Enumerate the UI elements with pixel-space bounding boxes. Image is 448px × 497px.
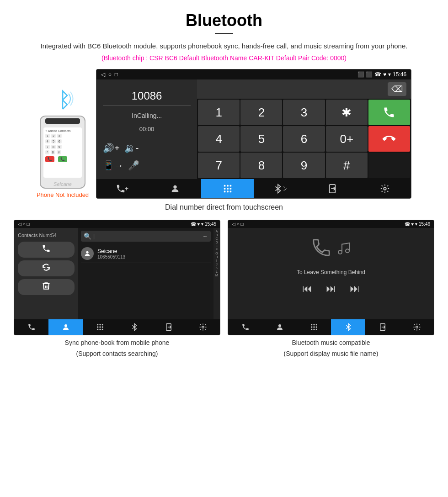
car-main-area: 10086 InCalling... 00:00 🔊+ 🔉- 📱→ 🎤 ⌫ [96, 79, 411, 179]
play-button[interactable]: ⏭ [326, 283, 336, 295]
car-screen-main: ◁ ○ □ ⬛ ⬛ ☎ ♥ ▾ 15:46 10086 InCalling...… [96, 69, 411, 199]
contacts-tab-transfer[interactable] [151, 319, 186, 335]
svg-rect-10 [229, 191, 231, 193]
contacts-tab-dialpad[interactable] [83, 319, 117, 335]
search-icon: 🔍 [84, 233, 91, 240]
music-playback-controls: ⏮ ⏭ ⏭ [302, 283, 360, 295]
svg-rect-21 [101, 327, 103, 328]
key-2[interactable]: 2 [240, 100, 282, 125]
page-title: Bluetooth [0, 11, 448, 30]
key-8[interactable]: 8 [240, 153, 282, 178]
contact-name: Seicane [97, 248, 125, 254]
svg-rect-33 [315, 324, 317, 325]
prev-button[interactable]: ⏮ [302, 283, 312, 295]
signal-icon: ⬛ ⬛ [357, 71, 373, 78]
svg-point-29 [346, 249, 349, 253]
svg-rect-16 [97, 324, 98, 325]
contacts-status-right: ☎ ♥ ▾ 15:45 [191, 222, 216, 227]
svg-rect-37 [311, 329, 312, 330]
music-tab-bluetooth[interactable] [331, 319, 365, 335]
search-cursor[interactable]: | [93, 233, 201, 239]
svg-rect-35 [313, 327, 315, 328]
transfer-mic-controls: 📱→ 🎤 [103, 160, 191, 171]
svg-point-1 [173, 185, 176, 189]
svg-rect-24 [101, 329, 103, 330]
alphabet-sidebar: ABCDE FGHIJ KLM [213, 228, 220, 319]
music-tab-dialpad[interactable] [297, 319, 331, 335]
svg-point-42 [416, 326, 418, 328]
bottom-tab-settings[interactable] [358, 179, 411, 198]
svg-rect-32 [313, 324, 315, 325]
contacts-tab-phone[interactable] [14, 319, 48, 335]
title-underline [215, 33, 233, 34]
contacts-sync-btn[interactable] [18, 260, 75, 276]
svg-point-30 [278, 324, 281, 327]
svg-rect-20 [99, 327, 101, 328]
next-button[interactable]: ⏭ [350, 283, 360, 295]
contacts-call-btn[interactable] [18, 242, 75, 258]
bottom-tab-contacts[interactable] [149, 179, 202, 198]
contacts-right-panel: 🔍 | ← Seicane 10655059113 [78, 228, 213, 319]
bottom-tab-dialpad[interactable] [201, 179, 254, 198]
music-status-bar: ◁ ○ □ ☎ ♥ ▾ 15:46 [228, 220, 434, 228]
svg-rect-36 [315, 327, 317, 328]
seicane-watermark: Seicane [41, 181, 85, 187]
svg-rect-3 [227, 185, 229, 187]
music-caption2: (Support display music file name) [284, 350, 379, 357]
contacts-tab-contacts[interactable] [48, 319, 83, 335]
hangup-button[interactable] [368, 126, 410, 152]
dial-number: 10086 [103, 87, 191, 106]
backspace-button[interactable]: ⌫ [388, 82, 406, 96]
svg-point-14 [86, 251, 88, 254]
key-5[interactable]: 5 [240, 126, 282, 152]
volume-down-icon[interactable]: 🔉- [124, 143, 139, 153]
main-caption: Dial number direct from touchscreen [0, 203, 448, 211]
key-hash[interactable]: # [326, 153, 368, 178]
mic-icon[interactable]: 🎤 [128, 160, 139, 171]
bottom-tab-bluetooth[interactable] [254, 179, 306, 198]
volume-up-icon[interactable]: 🔊+ [103, 143, 120, 153]
svg-rect-7 [229, 188, 231, 190]
key-4[interactable]: 4 [198, 126, 240, 152]
key-9[interactable]: 9 [283, 153, 325, 178]
call-button[interactable] [368, 100, 410, 125]
svg-rect-8 [224, 191, 226, 193]
volume-controls: 🔊+ 🔉- [103, 143, 191, 153]
key-3[interactable]: 3 [283, 100, 325, 125]
contacts-tab-bluetooth[interactable] [117, 319, 151, 335]
contacts-search-bar: 🔍 | ← [81, 231, 211, 242]
key-star[interactable]: ✱ [326, 100, 368, 125]
contacts-tab-settings[interactable] [186, 319, 220, 335]
music-tab-transfer[interactable] [365, 319, 400, 335]
contacts-delete-btn[interactable] [18, 279, 75, 295]
svg-rect-2 [224, 185, 226, 187]
bottom-tab-transfer[interactable] [306, 179, 359, 198]
svg-rect-19 [97, 327, 98, 328]
contact-list-item[interactable]: Seicane 10655059113 [81, 244, 211, 263]
bottom-tab-phone[interactable] [96, 179, 149, 198]
call-timer: 00:00 [103, 126, 191, 132]
backspace-icon[interactable]: ← [203, 233, 208, 239]
location-icon: ♥ [383, 71, 386, 78]
music-tab-settings[interactable] [400, 319, 434, 335]
music-tab-phone[interactable] [228, 319, 262, 335]
music-caption1: Bluetooth music compatible [292, 339, 370, 346]
music-notes-icon [336, 241, 351, 259]
contacts-left-panel: Contacts Num:54 [14, 228, 78, 319]
dial-input-field[interactable] [202, 85, 385, 94]
key-0plus[interactable]: 0+ [326, 126, 368, 152]
music-screen: ◁ ○ □ ☎ ♥ ▾ 15:46 [228, 220, 434, 335]
contacts-screenshot-box: ◁ ○ □ ☎ ♥ ▾ 15:45 Contacts Num:54 [14, 220, 220, 357]
music-tab-contacts[interactable] [262, 319, 297, 335]
phone-image: + Add to Contacts 123 456 789 *0# 📞 📞 [40, 116, 85, 189]
music-bottom-bar [228, 319, 434, 335]
svg-rect-18 [101, 324, 103, 325]
car-status-bar: ◁ ○ □ ⬛ ⬛ ☎ ♥ ▾ 15:46 [96, 69, 411, 79]
description: Integrated with BC6 Bluetooth module, su… [0, 41, 448, 52]
key-6[interactable]: 6 [283, 126, 325, 152]
key-1[interactable]: 1 [198, 100, 240, 125]
svg-rect-39 [315, 329, 317, 330]
key-7[interactable]: 7 [198, 153, 240, 178]
transfer-icon[interactable]: 📱→ [103, 160, 123, 171]
contacts-status-bar: ◁ ○ □ ☎ ♥ ▾ 15:45 [14, 220, 220, 228]
